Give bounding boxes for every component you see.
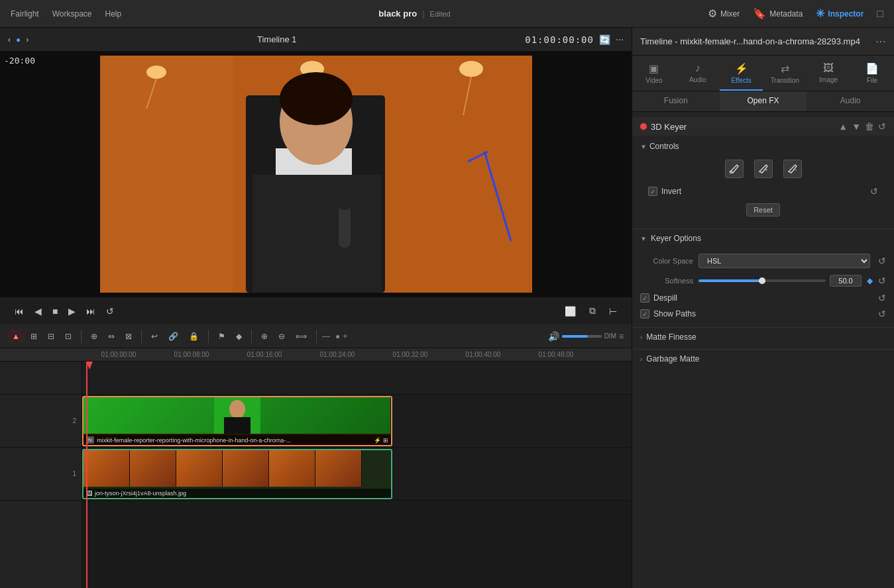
softness-keyframe-btn[interactable]: ◆ [867, 276, 873, 285]
tab-file[interactable]: 📄 File [850, 60, 894, 91]
tab-effects[interactable]: ⚡ Effects [720, 60, 763, 91]
svg-rect-1 [100, 56, 233, 293]
despill-reset-btn[interactable]: ↺ [878, 293, 886, 303]
bg-thumb-4 [223, 450, 269, 487]
invert-checkbox[interactable] [648, 187, 657, 196]
garbage-matte-header[interactable]: › Garbage Matte [632, 350, 894, 368]
softness-reset-btn[interactable]: ↺ [878, 275, 886, 286]
track-label-2: 2 [0, 395, 82, 448]
skip-back-button[interactable]: ⏮ [11, 303, 28, 319]
controls-section-header[interactable]: ▼ Controls [632, 138, 894, 154]
main-content: ‹ ● › Timeline 1 01:00:00:00 🔄 ⋯ -20:00 [0, 28, 894, 588]
preview-svg-overlay [100, 56, 532, 293]
matte-finesse-header[interactable]: › Matte Finesse [632, 328, 894, 346]
zoom-out-button[interactable]: ⊖ [274, 330, 289, 343]
stop-button[interactable]: ■ [48, 303, 62, 319]
nav-right-icon[interactable]: › [26, 35, 28, 44]
softness-label: Softness [640, 277, 693, 285]
softness-row: Softness 50.0 ◆ ↺ [632, 271, 894, 290]
metadata-icon: 🔖 [753, 7, 766, 20]
mark-in-button[interactable]: ⧉ [585, 303, 600, 319]
zoom-button[interactable]: ⊕ [257, 330, 272, 343]
color-flag-button[interactable]: ◆ [232, 330, 246, 343]
playhead[interactable] [86, 362, 87, 588]
lock-button[interactable]: 🔒 [185, 330, 203, 343]
menu-help[interactable]: Help [105, 9, 122, 19]
show-paths-reset-btn[interactable]: ↺ [878, 309, 886, 319]
ruler-mark-1: 01:00:08:00 [155, 351, 228, 358]
inspector-more-btn[interactable]: ⋯ [875, 35, 886, 48]
despill-checkbox[interactable] [640, 293, 649, 303]
metadata-btn[interactable]: 🔖 Metadata [753, 7, 803, 20]
channel-btn[interactable]: ≡ [619, 332, 624, 341]
tab-video[interactable]: ▣ Video [632, 60, 676, 91]
video-clip-bg[interactable]: 🖼 jon-tyson-jXrsi4j1vA8-unsplash.jpg [82, 449, 392, 499]
menu-workspace[interactable]: Workspace [52, 9, 92, 19]
inspector-body: 3D Keyer ▲ ▼ 🗑 ↺ ▼ Controls [632, 112, 894, 588]
menu-fairlight[interactable]: Fairlight [11, 9, 39, 19]
softness-thumb[interactable] [759, 277, 765, 284]
preview-video [100, 56, 532, 293]
keyer-options-body: Color Space HSL RGB YUV ↺ Softness [632, 248, 894, 324]
fx-up-btn[interactable]: ▲ [838, 121, 848, 132]
flag-button[interactable]: ⚑ [214, 330, 229, 343]
video-clip-main[interactable]: fx mixkit-female-reporter-reporting-with… [82, 396, 392, 446]
replace-button[interactable]: ⇔ [104, 330, 119, 343]
fx-down-btn[interactable]: ▼ [852, 121, 861, 132]
more-options-icon[interactable]: ⋯ [616, 35, 624, 44]
garbage-matte-section: › Garbage Matte [632, 349, 894, 368]
svg-rect-12 [252, 175, 382, 293]
picker-add-btn[interactable]: + [754, 160, 773, 178]
link-button[interactable]: 🔗 [164, 330, 182, 343]
select-tool-button[interactable]: ▲ [8, 330, 24, 343]
top-bar: Fairlight Workspace Help black pro | Edi… [0, 0, 894, 28]
tab-transition[interactable]: ⇄ Transition [763, 60, 807, 91]
mixer-btn[interactable]: ⚙ Mixer [708, 7, 740, 20]
tab-audio[interactable]: ♪ Audio [676, 60, 720, 91]
subtab-audio[interactable]: Audio [807, 91, 894, 111]
play-button[interactable]: ▶ [64, 303, 80, 319]
undo-button[interactable]: ↩ [147, 330, 162, 343]
reset-button[interactable]: Reset [746, 203, 780, 217]
color-space-select[interactable]: HSL RGB YUV [698, 254, 870, 268]
picker-remove-btn[interactable]: − [783, 160, 802, 178]
softness-slider-row: 50.0 [698, 275, 862, 287]
volume-slider[interactable] [562, 335, 602, 338]
garbage-matte-chevron: › [640, 356, 642, 363]
fit-button[interactable]: ⊠ [121, 330, 136, 343]
softness-value[interactable]: 50.0 [830, 275, 862, 287]
fx-delete-btn[interactable]: 🗑 [865, 121, 874, 132]
fx-reset-btn[interactable]: ↺ [878, 121, 886, 132]
tab-image[interactable]: 🖼 Image [807, 60, 850, 91]
trim-tool-button[interactable]: ⊞ [27, 330, 41, 343]
prev-frame-button[interactable]: ◀ [30, 303, 46, 319]
nav-left-icon[interactable]: ‹ [8, 35, 11, 44]
subtab-openfx[interactable]: Open FX [720, 91, 807, 111]
keyer-options-chevron: ▼ [640, 235, 647, 242]
overwrite-button[interactable]: ⊕ [87, 330, 101, 343]
sync-icon[interactable]: 🔄 [599, 34, 610, 45]
softness-track[interactable] [698, 279, 826, 282]
keyer-options-header[interactable]: ▼ Keyer Options [632, 229, 894, 248]
show-paths-checkbox[interactable] [640, 309, 649, 318]
inspector-btn[interactable]: ✳ Inspector [816, 7, 864, 20]
color-space-reset-btn[interactable]: ↺ [878, 256, 886, 266]
range-button[interactable]: ⟺ [292, 330, 311, 343]
track-content: fx mixkit-female-reporter-reporting-with… [82, 362, 632, 588]
invert-reset-btn[interactable]: ↺ [870, 186, 878, 197]
picker-sample-btn[interactable] [725, 160, 744, 178]
ruler-mark-2: 01:00:16:00 [228, 351, 301, 358]
effects-tab-icon: ⚡ [735, 62, 748, 75]
mark-out-button[interactable]: ⊢ [605, 303, 621, 319]
dynamic-trim-button[interactable]: ⊟ [44, 330, 58, 343]
show-paths-label: Show Paths [653, 309, 696, 318]
fullscreen-button[interactable]: ⬜ [561, 303, 580, 319]
insert-button[interactable]: ⊡ [61, 330, 76, 343]
ruler-mark-4: 01:00:32:00 [374, 351, 447, 358]
dim-label: DIM [604, 332, 616, 340]
inspector-icon-tabs: ▣ Video ♪ Audio ⚡ Effects ⇄ Transition 🖼… [632, 56, 894, 91]
subtab-fusion[interactable]: Fusion [632, 91, 720, 111]
skip-fwd-button[interactable]: ⏭ [82, 303, 99, 319]
loop-button[interactable]: ↺ [102, 303, 118, 319]
timeline-ruler: 01:00:00:00 01:00:08:00 01:00:16:00 01:0… [0, 348, 632, 362]
